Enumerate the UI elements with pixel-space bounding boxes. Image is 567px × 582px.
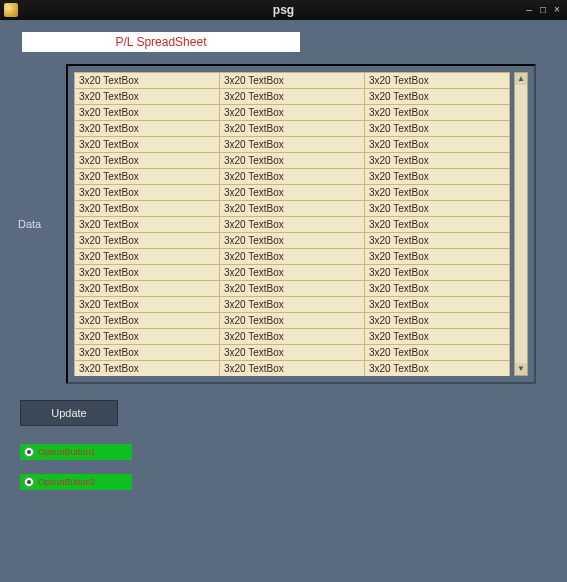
grid-cell[interactable]: 3x20 TextBox (75, 89, 220, 105)
table-row: 3x20 TextBox3x20 TextBox3x20 TextBox (75, 329, 510, 345)
grid-cell[interactable]: 3x20 TextBox (365, 361, 510, 377)
grid-cell[interactable]: 3x20 TextBox (75, 137, 220, 153)
grid-cell[interactable]: 3x20 TextBox (365, 169, 510, 185)
heading-text: P/L SpreadSheet (116, 35, 207, 49)
grid-cell[interactable]: 3x20 TextBox (220, 297, 365, 313)
table-row: 3x20 TextBox3x20 TextBox3x20 TextBox (75, 361, 510, 377)
grid-cell[interactable]: 3x20 TextBox (75, 153, 220, 169)
radio-dot-icon (24, 447, 34, 457)
table-row: 3x20 TextBox3x20 TextBox3x20 TextBox (75, 137, 510, 153)
grid-cell[interactable]: 3x20 TextBox (75, 345, 220, 361)
table-row: 3x20 TextBox3x20 TextBox3x20 TextBox (75, 313, 510, 329)
update-button[interactable]: Update (20, 400, 118, 426)
table-row: 3x20 TextBox3x20 TextBox3x20 TextBox (75, 169, 510, 185)
grid-cell[interactable]: 3x20 TextBox (220, 185, 365, 201)
table-row: 3x20 TextBox3x20 TextBox3x20 TextBox (75, 105, 510, 121)
grid-cell[interactable]: 3x20 TextBox (365, 217, 510, 233)
grid-cell[interactable]: 3x20 TextBox (365, 233, 510, 249)
close-button[interactable]: × (551, 4, 563, 16)
data-label: Data (18, 218, 58, 230)
window-title: psg (0, 3, 567, 17)
table-row: 3x20 TextBox3x20 TextBox3x20 TextBox (75, 73, 510, 89)
grid-cell[interactable]: 3x20 TextBox (220, 201, 365, 217)
update-button-label: Update (51, 407, 86, 419)
data-section: Data 3x20 TextBox3x20 TextBox3x20 TextBo… (18, 64, 549, 384)
grid-cell[interactable]: 3x20 TextBox (220, 169, 365, 185)
grid-cell[interactable]: 3x20 TextBox (365, 249, 510, 265)
grid-cell[interactable]: 3x20 TextBox (365, 73, 510, 89)
table-row: 3x20 TextBox3x20 TextBox3x20 TextBox (75, 297, 510, 313)
grid-cell[interactable]: 3x20 TextBox (75, 313, 220, 329)
grid-cell[interactable]: 3x20 TextBox (365, 153, 510, 169)
vertical-scrollbar[interactable]: ▲ ▼ (514, 72, 528, 376)
grid-cell[interactable]: 3x20 TextBox (220, 345, 365, 361)
table-row: 3x20 TextBox3x20 TextBox3x20 TextBox (75, 345, 510, 361)
grid-cell[interactable]: 3x20 TextBox (220, 313, 365, 329)
grid-cell[interactable]: 3x20 TextBox (220, 105, 365, 121)
grid-cell[interactable]: 3x20 TextBox (365, 89, 510, 105)
scroll-up-arrow[interactable]: ▲ (515, 73, 527, 85)
grid-cell[interactable]: 3x20 TextBox (220, 73, 365, 89)
window-titlebar: psg – □ × (0, 0, 567, 20)
grid-cell[interactable]: 3x20 TextBox (365, 297, 510, 313)
radio-option-1[interactable]: OptionButton1 (20, 444, 132, 460)
grid-cell[interactable]: 3x20 TextBox (220, 329, 365, 345)
grid-cell[interactable]: 3x20 TextBox (75, 329, 220, 345)
heading-box: P/L SpreadSheet (22, 32, 300, 52)
maximize-button[interactable]: □ (537, 4, 549, 16)
grid-cell[interactable]: 3x20 TextBox (365, 345, 510, 361)
table-row: 3x20 TextBox3x20 TextBox3x20 TextBox (75, 201, 510, 217)
grid-cell[interactable]: 3x20 TextBox (220, 153, 365, 169)
grid-cell[interactable]: 3x20 TextBox (220, 233, 365, 249)
scroll-down-arrow[interactable]: ▼ (515, 363, 527, 375)
table-row: 3x20 TextBox3x20 TextBox3x20 TextBox (75, 249, 510, 265)
spreadsheet-grid: 3x20 TextBox3x20 TextBox3x20 TextBox3x20… (74, 72, 510, 376)
minimize-button[interactable]: – (523, 4, 535, 16)
table-row: 3x20 TextBox3x20 TextBox3x20 TextBox (75, 153, 510, 169)
grid-cell[interactable]: 3x20 TextBox (75, 217, 220, 233)
grid-cell[interactable]: 3x20 TextBox (75, 185, 220, 201)
radio-label: OptionButton1 (38, 447, 96, 457)
radio-option-2[interactable]: OptionButton2 (20, 474, 132, 490)
radio-dot-icon (24, 477, 34, 487)
grid-cell[interactable]: 3x20 TextBox (220, 281, 365, 297)
grid-cell[interactable]: 3x20 TextBox (220, 217, 365, 233)
table-row: 3x20 TextBox3x20 TextBox3x20 TextBox (75, 281, 510, 297)
grid-cell[interactable]: 3x20 TextBox (220, 137, 365, 153)
grid-cell[interactable]: 3x20 TextBox (365, 201, 510, 217)
grid-cell[interactable]: 3x20 TextBox (220, 121, 365, 137)
grid-cell[interactable]: 3x20 TextBox (220, 265, 365, 281)
table-row: 3x20 TextBox3x20 TextBox3x20 TextBox (75, 217, 510, 233)
grid-cell[interactable]: 3x20 TextBox (220, 249, 365, 265)
table-row: 3x20 TextBox3x20 TextBox3x20 TextBox (75, 233, 510, 249)
grid-cell[interactable]: 3x20 TextBox (75, 297, 220, 313)
grid-cell[interactable]: 3x20 TextBox (365, 185, 510, 201)
grid-cell[interactable]: 3x20 TextBox (75, 121, 220, 137)
table-row: 3x20 TextBox3x20 TextBox3x20 TextBox (75, 185, 510, 201)
table-row: 3x20 TextBox3x20 TextBox3x20 TextBox (75, 265, 510, 281)
grid-table: 3x20 TextBox3x20 TextBox3x20 TextBox3x20… (74, 72, 510, 376)
grid-cell[interactable]: 3x20 TextBox (220, 361, 365, 377)
grid-cell[interactable]: 3x20 TextBox (75, 73, 220, 89)
grid-cell[interactable]: 3x20 TextBox (75, 361, 220, 377)
spreadsheet-frame: 3x20 TextBox3x20 TextBox3x20 TextBox3x20… (66, 64, 536, 384)
grid-cell[interactable]: 3x20 TextBox (220, 89, 365, 105)
grid-cell[interactable]: 3x20 TextBox (75, 169, 220, 185)
grid-cell[interactable]: 3x20 TextBox (365, 265, 510, 281)
grid-cell[interactable]: 3x20 TextBox (365, 121, 510, 137)
grid-cell[interactable]: 3x20 TextBox (365, 105, 510, 121)
grid-cell[interactable]: 3x20 TextBox (75, 249, 220, 265)
grid-cell[interactable]: 3x20 TextBox (365, 313, 510, 329)
grid-cell[interactable]: 3x20 TextBox (75, 105, 220, 121)
grid-cell[interactable]: 3x20 TextBox (75, 233, 220, 249)
table-row: 3x20 TextBox3x20 TextBox3x20 TextBox (75, 89, 510, 105)
app-body: P/L SpreadSheet Data 3x20 TextBox3x20 Te… (0, 20, 567, 582)
grid-cell[interactable]: 3x20 TextBox (365, 137, 510, 153)
grid-cell[interactable]: 3x20 TextBox (75, 201, 220, 217)
grid-cell[interactable]: 3x20 TextBox (365, 329, 510, 345)
window-controls: – □ × (523, 4, 567, 16)
table-row: 3x20 TextBox3x20 TextBox3x20 TextBox (75, 121, 510, 137)
grid-cell[interactable]: 3x20 TextBox (75, 265, 220, 281)
grid-cell[interactable]: 3x20 TextBox (75, 281, 220, 297)
grid-cell[interactable]: 3x20 TextBox (365, 281, 510, 297)
